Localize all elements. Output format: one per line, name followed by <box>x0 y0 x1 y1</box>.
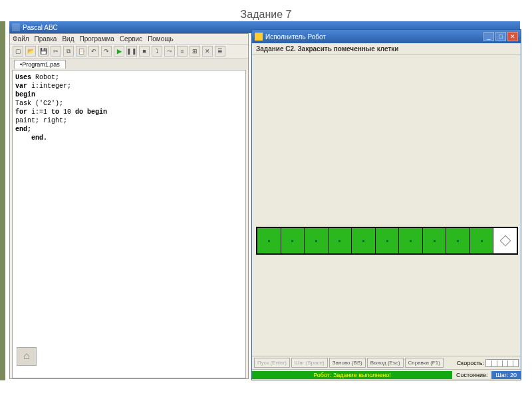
editor-title: Pascal ABC <box>23 24 58 31</box>
status-step: Шаг: 20 <box>491 371 521 379</box>
status-state: Состояние: <box>452 372 491 378</box>
editor-window: Файл Правка Вид Программа Сервис Помощь … <box>9 33 249 379</box>
tab-strip: •Program1.pas <box>10 59 248 70</box>
robot-toolbar: Пуск (Enter) Шаг (Space) Заново (BS) Вых… <box>252 356 521 369</box>
home-icon[interactable]: ⌂ <box>17 347 37 366</box>
run-icon[interactable]: ▶ <box>114 46 124 57</box>
menu-service[interactable]: Сервис <box>120 35 142 43</box>
painted-cell <box>329 228 352 253</box>
app-icon <box>12 23 20 31</box>
painted-cell <box>257 228 281 253</box>
tool2-icon[interactable]: ⊞ <box>190 46 200 57</box>
task-label: Задание C2. Закрасить помеченные клетки <box>252 43 521 55</box>
robot-title-text: Исполнитель Робот <box>265 33 326 41</box>
cut-icon[interactable]: ✂ <box>51 46 61 57</box>
step-icon[interactable]: ⤵ <box>152 46 162 57</box>
open-icon[interactable]: 📂 <box>25 46 36 57</box>
tab-program1[interactable]: •Program1.pas <box>14 60 66 68</box>
stop-icon[interactable]: ■ <box>139 46 150 57</box>
stepover-icon[interactable]: ⤳ <box>164 46 175 57</box>
painted-cell <box>352 228 376 253</box>
robot-grid <box>256 227 518 255</box>
painted-cell <box>446 228 470 253</box>
help-button[interactable]: Справка (F1) <box>405 358 444 368</box>
menu-view[interactable]: Вид <box>62 35 74 43</box>
speed-slider[interactable] <box>485 359 519 367</box>
menu-help[interactable]: Помощь <box>148 35 174 43</box>
painted-cell <box>376 228 400 253</box>
robot-window: Исполнитель Робот _ □ ✕ Задание C2. Закр… <box>251 29 521 380</box>
slide-title: Задание 7 <box>0 9 532 21</box>
redo-icon[interactable]: ↷ <box>101 46 112 57</box>
code-editor[interactable]: Uses Robot; var i:integer; begin Task ('… <box>12 70 246 378</box>
exit-button[interactable]: Выход (Esc) <box>367 358 404 368</box>
reset-button[interactable]: Заново (BS) <box>329 358 366 368</box>
save-icon[interactable]: 💾 <box>38 46 49 57</box>
status-message: Робот: Задание выполнено! <box>252 371 452 379</box>
status-bar: Робот: Задание выполнено! Состояние: Шаг… <box>252 369 521 380</box>
painted-cell <box>470 228 494 253</box>
maximize-icon[interactable]: □ <box>495 32 506 41</box>
menu-file[interactable]: Файл <box>13 35 29 43</box>
pause-icon[interactable]: ❚❚ <box>126 46 137 57</box>
menu-edit[interactable]: Правка <box>35 35 57 43</box>
robot-app-icon <box>255 33 263 41</box>
paste-icon[interactable]: 📋 <box>76 46 86 57</box>
tool3-icon[interactable]: ✕ <box>202 46 213 57</box>
painted-cell <box>281 228 305 253</box>
step-button: Шаг (Space) <box>291 358 328 368</box>
painted-cell <box>305 228 329 253</box>
undo-icon[interactable]: ↶ <box>88 46 99 57</box>
robot-cell <box>493 228 517 253</box>
painted-cell <box>399 228 423 253</box>
start-button: Пуск (Enter) <box>254 358 290 368</box>
new-icon[interactable]: ▢ <box>13 46 23 57</box>
painted-cell <box>423 228 447 253</box>
robot-titlebar: Исполнитель Робот _ □ ✕ <box>252 30 521 43</box>
tool-icon[interactable]: ≡ <box>177 46 188 57</box>
robot-field <box>252 55 521 356</box>
minimize-icon[interactable]: _ <box>483 32 494 41</box>
menu-bar[interactable]: Файл Правка Вид Программа Сервис Помощь <box>10 34 248 44</box>
toolbar: ▢ 📂 💾 ✂ ⧉ 📋 ↶ ↷ ▶ ❚❚ ■ ⤵ ⤳ ≡ ⊞ ✕ ≣ <box>10 44 248 59</box>
copy-icon[interactable]: ⧉ <box>63 46 74 57</box>
tool4-icon[interactable]: ≣ <box>215 46 225 57</box>
close-icon[interactable]: ✕ <box>507 32 518 41</box>
speed-label: Скорость: <box>457 360 484 366</box>
menu-program[interactable]: Программа <box>79 35 114 43</box>
